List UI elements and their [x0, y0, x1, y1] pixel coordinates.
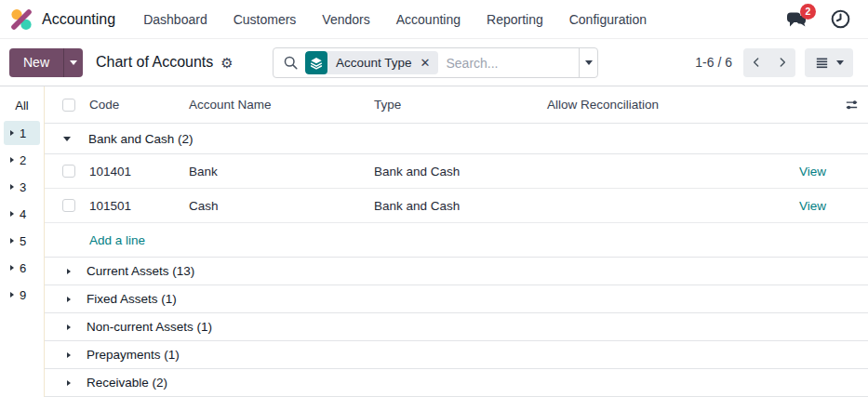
page-title-wrap: Chart of Accounts ⚙ — [96, 54, 234, 71]
group-label: Prepayments (1) — [87, 348, 180, 362]
chevron-right-icon — [775, 55, 790, 70]
cell-account-name: Cash — [181, 199, 367, 213]
activities-clock-icon[interactable] — [830, 8, 851, 30]
chevron-left-icon — [749, 55, 764, 70]
list-view-icon — [814, 55, 830, 71]
filter-item-6[interactable]: 6 — [4, 256, 40, 280]
group-label: Current Assets (13) — [87, 264, 194, 278]
accounts-list: Code Account Name Type Allow Reconciliat… — [45, 86, 868, 397]
expand-triangle-icon[interactable] — [67, 352, 71, 358]
chevron-down-icon — [836, 60, 844, 65]
group-row-non-current-assets[interactable]: Non-current Assets (1) — [45, 313, 868, 341]
chevron-down-icon — [70, 60, 77, 65]
gear-icon[interactable]: ⚙ — [220, 56, 233, 70]
facet-label: Account Type — [327, 56, 419, 70]
chevron-down-icon — [585, 60, 593, 65]
expand-triangle-icon[interactable] — [67, 324, 71, 330]
table-header-row: Code Account Name Type Allow Reconciliat… — [45, 86, 868, 124]
expand-triangle-icon[interactable] — [10, 238, 14, 244]
filter-item-all[interactable]: All — [0, 95, 44, 117]
expand-triangle-icon[interactable] — [10, 292, 14, 298]
group-row-fixed-assets[interactable]: Fixed Assets (1) — [45, 285, 868, 313]
group-row-receivable[interactable]: Receivable (2) — [45, 369, 868, 397]
pager-range: 1-6 / 6 — [695, 55, 732, 70]
table-row[interactable]: 101501 Cash Bank and Cash View — [45, 189, 868, 223]
nav-item-vendors[interactable]: Vendors — [309, 12, 382, 27]
add-a-line-row: Add a line — [45, 223, 868, 258]
view-switcher-button[interactable] — [805, 48, 853, 77]
group-by-layers-icon — [305, 51, 327, 74]
select-all-checkbox[interactable] — [62, 99, 75, 112]
filter-item-1[interactable]: 1 — [4, 121, 40, 145]
group-row-current-assets[interactable]: Current Assets (13) — [45, 258, 868, 285]
filter-item-4[interactable]: 4 — [4, 202, 40, 226]
pager-next-button[interactable] — [769, 48, 795, 77]
cell-type: Bank and Cash — [367, 165, 540, 179]
top-navbar: Accounting Dashboard Customers Vendors A… — [0, 0, 868, 39]
search-icon — [283, 55, 299, 71]
cell-code: 101501 — [82, 199, 181, 213]
view-link[interactable]: View — [799, 199, 826, 213]
column-header-allow-reconciliation[interactable]: Allow Reconciliation — [540, 98, 774, 112]
new-button-dropdown[interactable] — [63, 48, 83, 77]
facet-remove-icon[interactable]: ✕ — [419, 57, 439, 69]
group-row-prepayments[interactable]: Prepayments (1) — [45, 341, 868, 369]
expand-triangle-icon[interactable] — [10, 130, 14, 136]
expand-triangle-icon[interactable] — [67, 380, 71, 386]
search-input[interactable] — [438, 56, 579, 71]
pager-previous-button[interactable] — [743, 48, 769, 77]
account-group-filter-panel: All 1 2 3 4 5 6 9 — [0, 86, 45, 397]
table-row[interactable]: 101401 Bank Bank and Cash View — [45, 154, 868, 189]
filter-item-2[interactable]: 2 — [4, 148, 40, 172]
app-name[interactable]: Accounting — [42, 11, 115, 28]
group-label: Non-current Assets (1) — [87, 320, 212, 334]
search-options-toggle[interactable] — [579, 48, 597, 77]
expand-triangle-icon[interactable] — [67, 269, 71, 274]
nav-item-customers[interactable]: Customers — [220, 12, 310, 27]
control-panel: New Chart of Accounts ⚙ Account Type ✕ — [0, 39, 868, 86]
filter-item-9[interactable]: 9 — [4, 283, 40, 307]
search-bar[interactable]: Account Type ✕ — [273, 47, 598, 78]
cell-code: 101401 — [82, 165, 181, 179]
messages-count-badge: 2 — [800, 4, 816, 20]
accounting-app-icon[interactable] — [9, 7, 33, 32]
nav-item-accounting[interactable]: Accounting — [383, 12, 474, 27]
view-link[interactable]: View — [799, 165, 826, 179]
nav-item-configuration[interactable]: Configuration — [556, 12, 660, 27]
expand-triangle-icon[interactable] — [67, 297, 71, 302]
column-header-code[interactable]: Code — [82, 98, 181, 112]
cell-type: Bank and Cash — [367, 199, 540, 213]
messages-button[interactable]: 2 — [785, 8, 808, 31]
column-header-account-name[interactable]: Account Name — [181, 98, 367, 112]
nav-item-dashboard[interactable]: Dashboard — [130, 12, 220, 27]
new-button[interactable]: New — [9, 48, 63, 77]
optional-columns-icon[interactable] — [844, 97, 860, 112]
expand-triangle-icon[interactable] — [10, 211, 14, 217]
group-label: Receivable (2) — [87, 376, 167, 390]
filter-item-3[interactable]: 3 — [4, 175, 40, 199]
expand-triangle-icon[interactable] — [10, 265, 14, 271]
group-label: Fixed Assets (1) — [87, 292, 177, 306]
filter-item-5[interactable]: 5 — [4, 229, 40, 253]
row-checkbox[interactable] — [62, 199, 75, 212]
collapse-triangle-icon[interactable] — [63, 137, 71, 141]
page-title: Chart of Accounts — [96, 54, 213, 71]
expand-triangle-icon[interactable] — [10, 157, 14, 163]
search-facet-account-type: Account Type ✕ — [305, 51, 438, 74]
group-row-bank-and-cash[interactable]: Bank and Cash (2) — [45, 124, 868, 154]
column-header-type[interactable]: Type — [367, 98, 540, 112]
expand-triangle-icon[interactable] — [10, 184, 14, 190]
row-checkbox[interactable] — [62, 165, 75, 178]
cell-account-name: Bank — [181, 165, 367, 179]
group-label: Bank and Cash (2) — [88, 132, 194, 146]
add-a-line-link[interactable]: Add a line — [89, 233, 145, 247]
nav-item-reporting[interactable]: Reporting — [474, 12, 556, 27]
